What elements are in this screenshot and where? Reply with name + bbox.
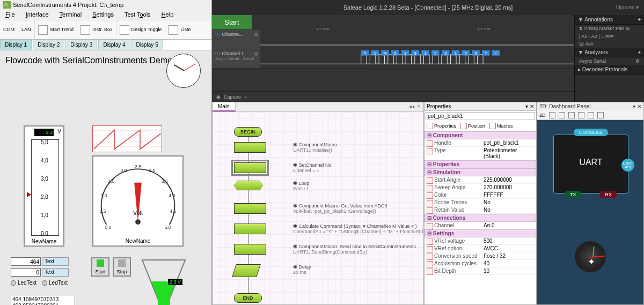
- prop-group-header[interactable]: ⊟ Settings: [425, 229, 536, 237]
- tab-properties[interactable]: Properties: [427, 123, 456, 129]
- menu-terminal[interactable]: Terminal: [54, 10, 87, 20]
- flow-block[interactable]: ✱ LoopWhile 1: [234, 181, 263, 190]
- tool-icon[interactable]: [559, 112, 565, 118]
- radio-ledtext-2[interactable]: LedText: [42, 280, 68, 286]
- property-grid[interactable]: ⊟ ComponentHandlepot_ptr_black1TypePoten…: [425, 131, 536, 304]
- timing-marker-row[interactable]: ⧗ Timing Marker Pair ⚙: [575, 25, 644, 33]
- analyzer-async-serial[interactable]: Async Serial ⚙: [575, 57, 644, 65]
- plus-icon[interactable]: +: [638, 17, 641, 23]
- design-toggle-button[interactable]: Design Toggle: [116, 20, 166, 39]
- prop-row[interactable]: Handlepot_ptr_black1: [425, 139, 536, 147]
- prop-row[interactable]: Bit Depth10: [425, 267, 536, 275]
- tab-display-4[interactable]: Display 4: [98, 40, 130, 50]
- flow-block-label: ✱ LoopWhile 1: [293, 181, 310, 191]
- prop-row[interactable]: VRef voltage500: [425, 237, 536, 245]
- channel-0-label[interactable]: 00 Channe...⚙: [212, 30, 260, 49]
- value-log[interactable]: 464.109497070313 463.950347900391 463.79…: [11, 295, 75, 305]
- uart-component[interactable]: CONSOLE UARTAPI UART TX RX: [553, 135, 628, 194]
- view-2d-button[interactable]: 2D: [539, 113, 546, 118]
- prop-row[interactable]: ColorFFFFFF: [425, 191, 536, 199]
- flow-block[interactable]: END: [234, 293, 262, 303]
- decoded-header[interactable]: ▸ Decoded Protocols: [575, 65, 644, 75]
- console-badge[interactable]: CONSOLE: [574, 129, 608, 136]
- analog-gauge: 0,00,51,0 1,52,02,5 3,03,54,0 4,55,0 Vol…: [92, 155, 184, 247]
- capture-collapse-icon[interactable]: ◉: [216, 94, 221, 100]
- gear-icon[interactable]: ⚙: [635, 58, 640, 64]
- tool-icon[interactable]: [549, 112, 555, 118]
- flow-block[interactable]: ✱ Delay20 ms: [234, 264, 259, 277]
- flow-block[interactable]: ✱ Component Macro: Get Value from ADC0Vo…: [234, 203, 266, 214]
- flow-block[interactable]: BEGIN: [234, 127, 262, 137]
- channel-1-label[interactable]: 01 Channel 1Async Serial - Serial⚙: [212, 49, 260, 68]
- tool-icon[interactable]: [588, 112, 594, 118]
- analyzers-header[interactable]: ▼ Analyzers+: [575, 48, 644, 57]
- svg-text:1,5: 1,5: [108, 178, 114, 184]
- value-input-1[interactable]: [11, 257, 41, 266]
- channel-0-waveform[interactable]: [260, 30, 574, 49]
- capture-chevron-icon[interactable]: »: [244, 94, 247, 100]
- prop-row[interactable]: Start Angle225.000000: [425, 176, 536, 184]
- svg-text:7: 7: [485, 51, 487, 55]
- radio-ledtext-1[interactable]: LedText: [11, 280, 36, 286]
- gear-icon[interactable]: ⚙: [254, 32, 258, 38]
- panel-controls[interactable]: ▾ ✕: [633, 103, 641, 109]
- tab-display-5[interactable]: Display 5: [131, 40, 163, 50]
- uart-api-badge[interactable]: UARTAPI: [621, 159, 634, 172]
- prop-row[interactable]: Retain ValueNo: [425, 206, 536, 214]
- svg-text:#: #: [364, 51, 366, 55]
- flow-block[interactable]: ✱ Calculate Command (Syntax: # ChannelNo…: [234, 224, 266, 234]
- tool-icon[interactable]: [568, 112, 575, 118]
- menu-interface[interactable]: Interface: [20, 10, 54, 20]
- start-capture-button[interactable]: Start: [212, 15, 252, 30]
- funnel-meter: 2.3 V: [140, 257, 188, 305]
- annotations-header[interactable]: ▼ Annotations+: [575, 15, 644, 25]
- prop-group-header[interactable]: ⊟ Connections: [425, 214, 536, 222]
- flow-block[interactable]: ✱ ComponentMacroUART1::Initialise(): [234, 142, 266, 153]
- prop-group-header[interactable]: ⊟ Properties: [425, 160, 536, 168]
- prop-row[interactable]: Conversion speedFosc / 32: [425, 252, 536, 260]
- component-selector[interactable]: [426, 112, 535, 120]
- start-trend-button[interactable]: Start Trend: [35, 20, 78, 39]
- prop-row[interactable]: ChannelAn 0: [425, 222, 536, 229]
- value-input-2[interactable]: [11, 268, 41, 277]
- prop-group-header[interactable]: ⊟ Simulation: [425, 168, 536, 176]
- prop-row[interactable]: VRef optionAVCC: [425, 245, 536, 252]
- prop-row[interactable]: Acquisition cycles40: [425, 260, 536, 267]
- lan-button[interactable]: LAN: [18, 20, 35, 39]
- tab-position[interactable]: Position: [460, 123, 485, 129]
- menu-help[interactable]: Help: [156, 10, 179, 20]
- potentiometer-knob[interactable]: [575, 241, 606, 272]
- tab-display-1[interactable]: Display 1: [0, 40, 32, 50]
- panel-controls[interactable]: ▾ ✕: [525, 103, 534, 109]
- flow-block[interactable]: ✱ ComponentMacro: Send cmd to SerialComI…: [234, 244, 266, 255]
- prop-row[interactable]: Sweep Angle270.000000: [425, 184, 536, 191]
- gauge-label: NewName: [93, 237, 182, 244]
- menu-file[interactable]: File: [0, 10, 20, 20]
- plus-icon[interactable]: +: [638, 49, 641, 55]
- svg-text:<: <: [495, 51, 497, 55]
- tab-macros[interactable]: Macros: [489, 123, 513, 129]
- tab-main[interactable]: Main: [213, 102, 236, 111]
- tool-icon[interactable]: [597, 112, 604, 118]
- com-button[interactable]: COM: [0, 20, 18, 39]
- tab-display-2[interactable]: Display 2: [33, 40, 64, 50]
- tab-nav-icons[interactable]: ◂ ▸ ×: [406, 102, 423, 111]
- menu-settings[interactable]: Settings: [87, 10, 119, 20]
- tab-display-3[interactable]: Display 3: [65, 40, 97, 50]
- logic-main: Start +1 ms +2 ms 00 Channe...⚙ 01 Chann…: [212, 15, 574, 102]
- prop-row[interactable]: Scope TracesNo: [425, 199, 536, 206]
- tool-icon[interactable]: [578, 112, 584, 118]
- menu-test-tools[interactable]: Test Tools: [119, 10, 156, 20]
- prop-group-header[interactable]: ⊟ Component: [425, 131, 536, 139]
- flowchart-canvas[interactable]: BEGIN✱ ComponentMacroUART1::Initialise()…: [213, 112, 423, 304]
- instr-box-button[interactable]: Instr. Box: [77, 20, 116, 39]
- properties-tabs: Properties Position Macros: [425, 121, 536, 131]
- channel-1-waveform[interactable]: #1M3131531597<: [260, 49, 574, 68]
- stop-button[interactable]: Stop: [113, 257, 131, 277]
- liste-button[interactable]: Liste: [165, 20, 194, 39]
- gear-icon[interactable]: ⚙: [254, 51, 258, 57]
- start-button[interactable]: Start: [91, 257, 109, 277]
- prop-row[interactable]: TypePotentiometer (Black): [425, 147, 536, 160]
- flow-block[interactable]: ✱ SetChannel NoChannel = 1: [234, 162, 266, 173]
- options-menu[interactable]: Options ▾: [616, 0, 639, 15]
